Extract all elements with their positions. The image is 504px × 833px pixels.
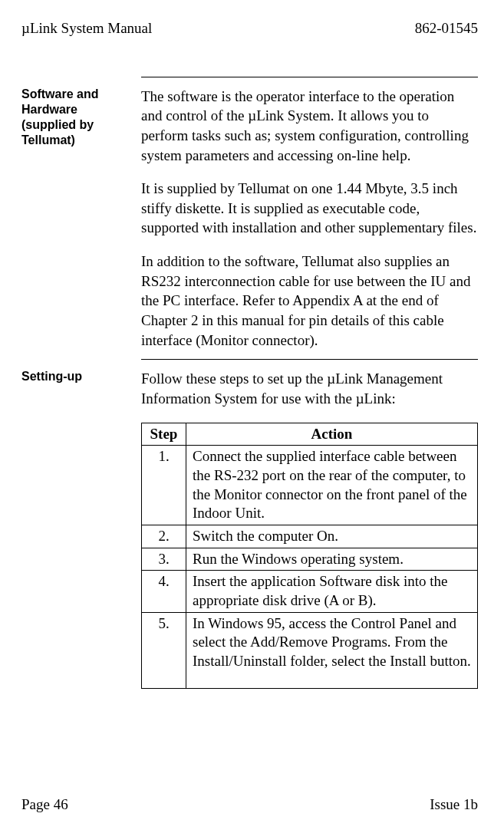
- footer-issue: Issue 1b: [430, 795, 478, 815]
- page-header: µLink System Manual 862-01545: [21, 18, 478, 38]
- section-rule-top: [141, 77, 478, 77]
- step-cell: 3.: [142, 548, 186, 571]
- table-row: 2. Switch the computer On.: [142, 525, 478, 548]
- section-software-hardware: Software and Hardware (supplied by Tellu…: [21, 87, 478, 351]
- action-cell: Run the Windows operating system.: [186, 548, 478, 571]
- table-header-row: Step Action: [142, 423, 478, 446]
- side-heading-software: Software and Hardware (supplied by Tellu…: [21, 87, 127, 351]
- step-cell: 2.: [142, 525, 186, 548]
- step-cell: 1.: [142, 446, 186, 525]
- action-cell: Insert the application Software disk int…: [186, 571, 478, 612]
- table-row: 4. Insert the application Software disk …: [142, 571, 478, 612]
- section1-body: The software is the operator interface t…: [141, 87, 478, 351]
- section-rule-mid: [141, 359, 478, 360]
- table-row: 3. Run the Windows operating system.: [142, 548, 478, 571]
- step-cell: 4.: [142, 571, 186, 612]
- section-setting-up: Setting-up Follow these steps to set up …: [21, 369, 478, 689]
- header-docnum: 862-01545: [415, 18, 478, 38]
- section1-para-1: The software is the operator interface t…: [141, 87, 478, 166]
- header-title: µLink System Manual: [21, 18, 152, 38]
- action-cell: Connect the supplied interface cable bet…: [186, 446, 478, 525]
- side-heading-setting-up: Setting-up: [21, 369, 127, 689]
- step-cell: 5.: [142, 612, 186, 688]
- action-cell: Switch the computer On.: [186, 525, 478, 548]
- col-header-step: Step: [142, 423, 186, 446]
- action-cell: In Windows 95, access the Control Panel …: [186, 612, 478, 688]
- footer-page: Page 46: [21, 795, 68, 815]
- table-row: 1. Connect the supplied interface cable …: [142, 446, 478, 525]
- col-header-action: Action: [186, 423, 478, 446]
- section1-para-2: It is supplied by Tellumat on one 1.44 M…: [141, 179, 478, 238]
- section1-para-3: In addition to the software, Tellumat al…: [141, 252, 478, 350]
- section2-intro: Follow these steps to set up the µLink M…: [141, 369, 478, 408]
- steps-table: Step Action 1. Connect the supplied inte…: [141, 423, 478, 689]
- section2-body: Follow these steps to set up the µLink M…: [141, 369, 478, 689]
- table-row: 5. In Windows 95, access the Control Pan…: [142, 612, 478, 688]
- page-footer: Page 46 Issue 1b: [21, 795, 478, 815]
